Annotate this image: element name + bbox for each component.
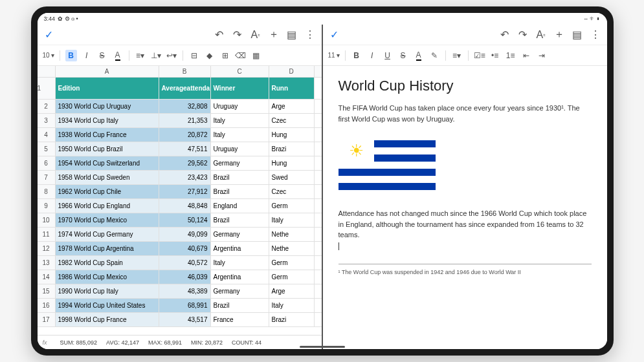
table-row[interactable]: 6 1954 World Cup Switzerland 29,562 Germ… <box>38 156 322 171</box>
cell[interactable]: 48,848 <box>159 199 211 213</box>
table-row[interactable]: 3 1934 World Cup Italy 21,353 Italy Czec <box>38 114 322 128</box>
cell[interactable]: 29,562 <box>159 156 211 170</box>
table-row[interactable]: 15 1990 World Cup Italy 48,389 Germany A… <box>38 284 322 299</box>
v-align-button[interactable]: ⊥▾ <box>150 50 162 61</box>
table-row[interactable]: 7 1958 World Cup Sweden 23,423 Brazil Sw… <box>38 171 322 185</box>
cell[interactable]: 1974 World Cup Germany <box>56 228 159 241</box>
bullet-list-button[interactable]: •≡ <box>489 50 501 61</box>
cell[interactable]: Brazil <box>211 299 269 312</box>
row-number[interactable]: 6 <box>38 156 56 170</box>
header-cell[interactable]: Edition <box>56 78 159 99</box>
table-row[interactable]: 2 1930 World Cup Uruguay 32,808 Uruguay … <box>38 100 322 114</box>
doc-footnote[interactable]: ¹ The World Cup was suspended in 1942 an… <box>339 264 592 277</box>
table-row[interactable]: 9 1966 World Cup England 48,848 England … <box>38 199 322 213</box>
cell[interactable]: Italy <box>211 114 269 127</box>
cell[interactable]: England <box>211 199 269 213</box>
table-row[interactable]: 12 1978 World Cup Argentina 40,679 Argen… <box>38 242 322 256</box>
redo-icon[interactable]: ↷ <box>232 30 243 40</box>
cell[interactable]: Swed <box>269 171 315 184</box>
cell[interactable]: 1970 World Cup Mexico <box>56 213 159 227</box>
cell[interactable]: Uruguay <box>211 142 269 156</box>
table-row[interactable]: 10 1970 World Cup Mexico 50,124 Brazil I… <box>38 213 322 228</box>
redo-icon[interactable]: ↷ <box>518 30 528 40</box>
cell[interactable]: 49,099 <box>159 228 211 241</box>
row-number[interactable]: 14 <box>38 270 56 284</box>
done-check-icon[interactable]: ✓ <box>329 30 340 40</box>
strikethrough-button[interactable]: S <box>397 50 409 61</box>
row-number[interactable]: 7 <box>38 171 56 184</box>
col-header-d[interactable]: D <box>269 66 315 77</box>
cell[interactable]: Brazil <box>211 213 269 227</box>
undo-icon[interactable]: ↶ <box>214 30 225 40</box>
header-cell[interactable]: Averageattendance <box>159 78 211 99</box>
cell[interactable]: Czec <box>269 185 315 198</box>
cell[interactable]: Hung <box>269 156 315 170</box>
checklist-button[interactable]: ☑≡ <box>474 50 485 61</box>
row-number[interactable]: 17 <box>38 313 56 326</box>
table-row[interactable]: 11 1974 World Cup Germany 49,099 Germany… <box>38 228 322 242</box>
cell[interactable]: Argentina <box>211 270 269 284</box>
cell[interactable]: Nethe <box>269 228 315 241</box>
strikethrough-button[interactable]: S <box>96 50 108 61</box>
header-cell[interactable]: Runn <box>269 78 315 99</box>
row-number[interactable]: 15 <box>38 284 56 298</box>
doc-title[interactable]: World Cup History <box>339 75 592 96</box>
cell[interactable]: Germany <box>211 156 269 170</box>
cell[interactable]: Brazi <box>269 142 315 156</box>
table-row[interactable]: 4 1938 World Cup France 20,872 Italy Hun… <box>38 128 322 142</box>
more-icon[interactable]: ⋮ <box>590 30 601 40</box>
cell[interactable]: 1962 World Cup Chile <box>56 185 159 198</box>
cell[interactable]: 1934 World Cup Italy <box>56 114 159 127</box>
cell[interactable]: 40,572 <box>159 256 211 270</box>
undo-icon[interactable]: ↶ <box>500 30 510 40</box>
wrap-button[interactable]: ↩▾ <box>166 50 177 61</box>
cell[interactable]: 1990 World Cup Italy <box>56 284 159 298</box>
row-number[interactable]: 10 <box>38 213 56 227</box>
table-row[interactable]: 8 1962 World Cup Chile 27,912 Brazil Cze… <box>38 185 322 199</box>
merge-button[interactable]: ⊟ <box>188 50 200 61</box>
underline-button[interactable]: U <box>382 50 394 61</box>
row-number[interactable]: 3 <box>38 114 56 127</box>
cell[interactable]: Arge <box>269 100 315 113</box>
row-number[interactable]: 12 <box>38 242 56 255</box>
font-size-selector[interactable]: 11 ▾ <box>328 52 340 59</box>
cell[interactable]: Germany <box>211 284 269 298</box>
cell[interactable]: 1950 World Cup Brazil <box>56 142 159 156</box>
italic-button[interactable]: I <box>81 50 93 61</box>
col-header-b[interactable]: B <box>159 66 211 77</box>
cell[interactable]: Arge <box>269 284 315 298</box>
cell[interactable]: Germ <box>269 199 315 213</box>
cell[interactable]: Germ <box>269 270 315 284</box>
italic-button[interactable]: I <box>366 50 378 61</box>
table-row[interactable]: 14 1986 World Cup Mexico 46,039 Argentin… <box>38 270 322 284</box>
cell[interactable]: 47,511 <box>159 142 211 156</box>
cell[interactable]: 23,423 <box>159 171 211 184</box>
clear-format-button[interactable]: ⌫ <box>235 50 247 61</box>
align-button[interactable]: ≡▾ <box>451 50 463 61</box>
cell[interactable]: Uruguay <box>211 100 269 113</box>
cell[interactable]: 32,808 <box>159 100 211 113</box>
cell-format-button[interactable]: ▦ <box>250 50 262 61</box>
doc-paragraph-2[interactable]: Attendance has not changed much since th… <box>339 208 592 251</box>
comment-icon[interactable]: ▤ <box>287 30 297 40</box>
row-number[interactable]: 2 <box>38 100 56 113</box>
highlight-button[interactable]: ✎ <box>428 50 440 61</box>
cell[interactable]: Brazil <box>211 171 269 184</box>
table-row[interactable]: 13 1982 World Cup Spain 40,572 Italy Ger… <box>38 256 322 270</box>
cell[interactable]: France <box>211 313 269 326</box>
cell[interactable]: 50,124 <box>159 213 211 227</box>
row-number[interactable]: 1 <box>38 78 56 99</box>
done-check-icon[interactable]: ✓ <box>44 30 54 40</box>
cell[interactable]: 1930 World Cup Uruguay <box>56 100 159 113</box>
row-number[interactable]: 5 <box>38 142 56 156</box>
insert-icon[interactable]: ＋ <box>269 30 279 40</box>
indent-decrease-button[interactable]: ⇤ <box>520 50 532 61</box>
table-row[interactable]: 17 1998 World Cup France 43,517 France B… <box>38 313 322 327</box>
row-number[interactable]: 9 <box>38 199 56 213</box>
cell[interactable]: Brazil <box>211 185 269 198</box>
borders-button[interactable]: ⊞ <box>219 50 231 61</box>
indent-increase-button[interactable]: ⇥ <box>536 50 548 61</box>
row-number[interactable]: 4 <box>38 128 56 142</box>
uruguay-flag-image[interactable]: ☀ <box>339 133 436 198</box>
spreadsheet-grid[interactable]: A B C D 1 Edition Averageattendance Winn… <box>38 66 322 335</box>
